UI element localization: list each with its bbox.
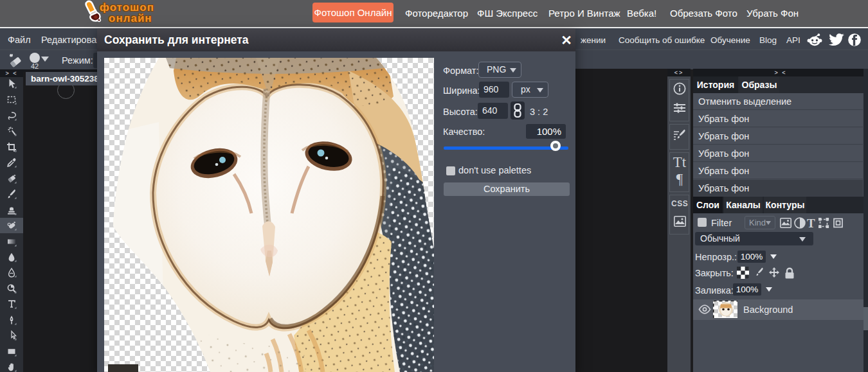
svg-text:T: T xyxy=(807,217,815,229)
